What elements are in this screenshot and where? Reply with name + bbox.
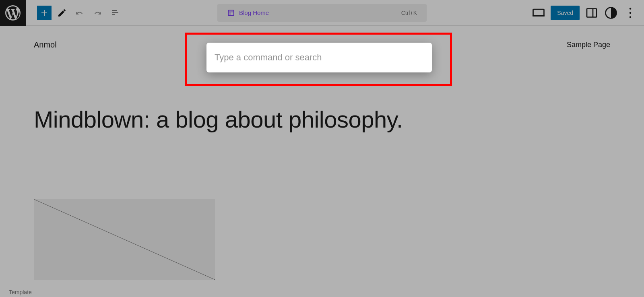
command-input[interactable]: [215, 52, 424, 63]
command-palette: [206, 43, 432, 72]
